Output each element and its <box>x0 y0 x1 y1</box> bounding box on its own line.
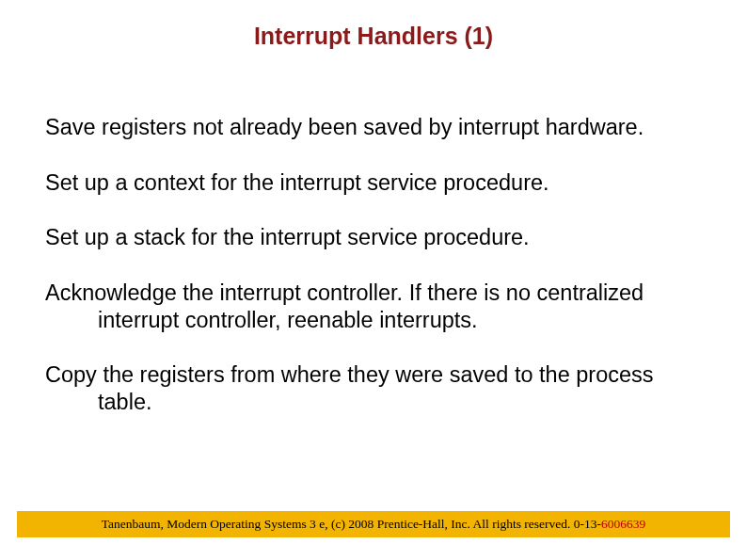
footer-text: Tanenbaum, Modern Operating Systems 3 e,… <box>102 517 646 532</box>
list-item: Set up a context for the interrupt servi… <box>45 169 702 197</box>
list-item: Copy the registers from where they were … <box>45 361 702 415</box>
footer-bar: Tanenbaum, Modern Operating Systems 3 e,… <box>17 511 730 537</box>
list-item: Set up a stack for the interrupt service… <box>45 224 702 251</box>
slide-title: Interrupt Handlers (1) <box>45 23 702 50</box>
footer-prefix: Tanenbaum, Modern Operating Systems 3 e,… <box>102 517 601 531</box>
list-item: Save registers not already been saved by… <box>45 114 702 141</box>
footer-suffix: 6006639 <box>601 517 645 531</box>
slide-body: Save registers not already been saved by… <box>45 114 702 416</box>
list-item: Acknowledge the interrupt controller. If… <box>45 280 702 333</box>
slide-container: Interrupt Handlers (1) Save registers no… <box>0 0 747 560</box>
